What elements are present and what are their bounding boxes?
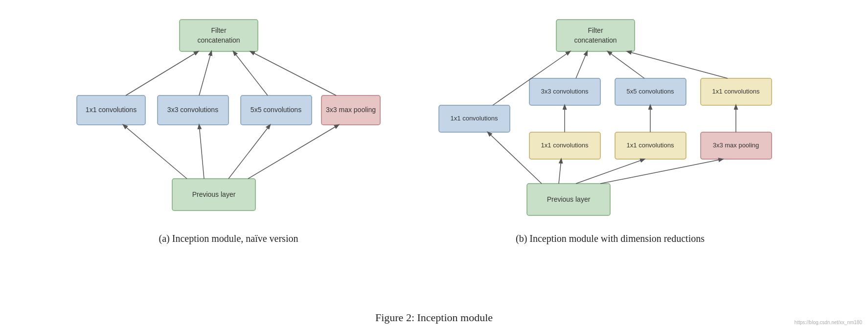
dimred-conv5x5-label: 5x5 convolutions [627,88,674,95]
naive-conv1x1-label: 1x1 convolutions [86,106,137,114]
dimred-arrow-prev-1x1b5 [576,159,644,184]
diagram-naive-svg-wrapper: Filter concatenation 1x1 convolutions 3x… [72,10,385,227]
naive-filter-concat-label1: Filter [211,26,226,34]
dimred-conv3x3-label: 3x3 convolutions [541,88,589,95]
naive-conv5x5-label: 5x5 convolutions [251,106,301,114]
dimred-conv1x1-direct-label: 1x1 convolutions [451,115,498,122]
main-container: Filter concatenation 1x1 convolutions 3x… [0,0,868,329]
dimred-caption: (b) Inception module with dimension redu… [516,233,705,244]
diagram-dimred-svg-wrapper: Filter concatenation 1x1 convolutions 3x… [424,10,796,227]
naive-prev-label: Previous layer [192,190,236,198]
dimred-arrow-3x3-concat [576,51,587,78]
diagrams-row: Filter concatenation 1x1 convolutions 3x… [20,10,848,306]
dimred-maxpool-label: 3x3 max pooling [713,141,759,149]
naive-arrow-5x5-concat [233,51,268,95]
naive-filter-concat-box [180,20,258,51]
diagram-dimred: Filter concatenation 1x1 convolutions 3x… [424,10,796,244]
naive-svg: Filter concatenation 1x1 convolutions 3x… [72,10,385,225]
naive-arrow-maxpool-concat [251,51,336,95]
naive-arrow-prev-1x1 [123,125,187,179]
dimred-arrow-1x1right-concat [627,51,728,78]
naive-maxpool-label: 3x3 max pooling [326,106,376,114]
dimred-arrow-prev-maxpool [600,159,723,184]
dimred-filter-concat-label2: concatenation [574,36,617,44]
dimred-arrow-5x5-concat [608,51,644,78]
naive-arrow-prev-3x3 [199,125,204,179]
dimred-arrow-prev-1x1b3 [559,159,561,184]
naive-arrow-prev-maxpool [248,125,339,179]
figure-caption: Figure 2: Inception module [375,311,493,324]
naive-arrow-1x1-concat [126,51,198,95]
naive-arrow-3x3-concat [199,51,211,95]
naive-conv3x3-label: 3x3 convolutions [167,106,218,114]
dimred-svg: Filter concatenation 1x1 convolutions 3x… [424,10,796,225]
dimred-filter-concat-box [556,20,635,51]
naive-arrow-prev-5x5 [228,125,270,179]
diagram-naive: Filter concatenation 1x1 convolutions 3x… [72,10,385,244]
naive-caption: (a) Inception module, naïve version [159,233,298,244]
dimred-conv1x1-b5-label: 1x1 convolutions [627,141,674,149]
dimred-conv1x1-right-label: 1x1 convolutions [712,88,760,95]
dimred-prev-label: Previous layer [547,195,591,203]
dimred-conv1x1-b3-label: 1x1 convolutions [541,141,589,149]
naive-filter-concat-label2: concatenation [197,36,240,44]
dimred-filter-concat-label1: Filter [588,26,603,34]
watermark: https://blog.csdn.net/xx_nm180 [795,320,862,325]
